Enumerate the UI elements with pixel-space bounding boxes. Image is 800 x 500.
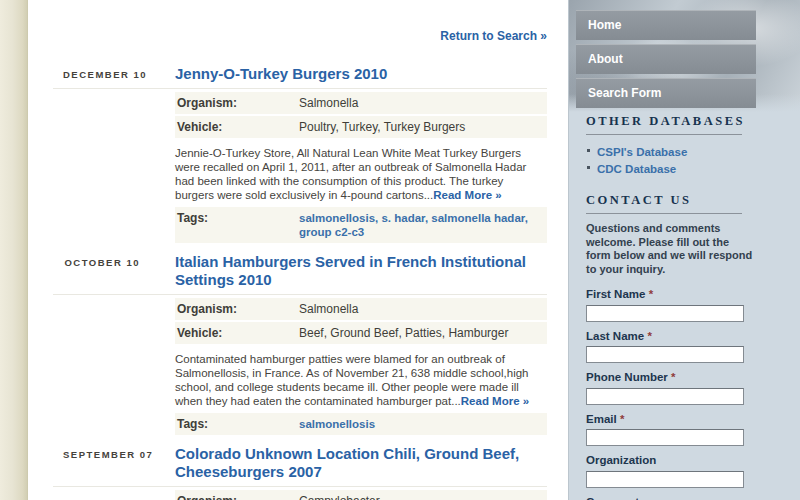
comment-label: Comment [586,496,783,500]
entry-header: DECEMBER 10 Jenny-O-Turkey Burgers 2010 [53,65,547,89]
tags-row: Tags: salmonellosis [175,413,547,435]
other-databases-heading: OTHER DATABASES [586,114,783,129]
outbreak-entry: DECEMBER 10 Jenny-O-Turkey Burgers 2010 … [63,65,547,243]
read-more-link[interactable]: Read More » [433,189,501,201]
organism-row: Organism: Campylobacter [175,490,547,500]
tags-label: Tags: [177,211,299,239]
organism-value: Salmonella [299,302,539,316]
organism-label: Organism: [177,302,299,316]
organism-label: Organism: [177,494,299,500]
tags-row: Tags: salmonellosis, s. hadar, salmonell… [175,207,547,243]
read-more-link[interactable]: Read More » [461,395,529,407]
entry-header: SEPTEMBER 07 Colorado Unknown Location C… [53,445,547,487]
entry-title-link[interactable]: Colorado Unknown Location Chili, Ground … [175,445,547,481]
form-field: First Name * [586,288,783,322]
last-name-input[interactable] [586,346,744,363]
email-input[interactable] [586,429,744,446]
nav-item-about[interactable]: About [576,44,756,74]
required-marker: * [647,330,651,342]
phone-number-label: Phone Number * [586,371,783,383]
vehicle-label: Vehicle: [177,120,299,134]
required-marker: * [671,371,675,383]
first-name-label: First Name * [586,288,783,300]
nav-item-home[interactable]: Home [576,10,756,40]
contact-form: First Name * Last Name * Phone Number * … [586,288,783,500]
results-content: Return to Search » DECEMBER 10 Jenny-O-T… [28,0,568,500]
tag-links[interactable]: salmonellosis, s. hadar, salmonella hada… [299,212,528,238]
organism-row: Organism: Salmonella [175,92,547,114]
list-item: CSPI's Database [586,143,783,160]
entry-body: Organism: Campylobacter [175,490,547,500]
required-marker: * [649,288,653,300]
list-item: CDC Database [586,160,783,177]
form-field: Email * [586,413,783,447]
required-marker: * [620,413,624,425]
entry-title-link[interactable]: Jenny-O-Turkey Burgers 2010 [175,65,387,83]
contact-us-heading: CONTACT US [586,193,783,208]
tag-links[interactable]: salmonellosis [299,418,375,430]
cdc-database-link[interactable]: CDC Database [597,163,676,175]
divider [586,213,742,214]
sidebar-content: OTHER DATABASES CSPI's Database CDC Data… [569,112,800,500]
organism-row: Organism: Salmonella [175,298,547,320]
vehicle-value: Poultry, Turkey, Turkey Burgers [299,120,539,134]
organism-value: Salmonella [299,96,539,110]
sidebar: Home About Search Form OTHER DATABASES C… [568,0,800,500]
form-field: Phone Number * [586,371,783,405]
entry-description: Jennie-O-Turkey Store, All Natural Lean … [175,146,533,202]
vehicle-row: Vehicle: Poultry, Turkey, Turkey Burgers [175,116,547,138]
form-field: Comment [586,496,783,500]
main-navigation: Home About Search Form [576,10,756,112]
entry-description: Contaminated hamburger patties were blam… [175,352,533,408]
phone-number-input[interactable] [586,388,744,405]
outbreak-entry: SEPTEMBER 07 Colorado Unknown Location C… [63,445,547,500]
entry-header: OCTOBER 10 Italian Hamburgers Served in … [53,253,547,295]
outbreak-entry: OCTOBER 10 Italian Hamburgers Served in … [63,253,547,435]
entry-body: Organism: Salmonella Vehicle: Beef, Grou… [175,298,547,435]
organism-label: Organism: [177,96,299,110]
other-databases-list: CSPI's Database CDC Database [586,143,783,177]
tags-label: Tags: [177,417,299,431]
return-to-search-link[interactable]: Return to Search » [440,29,547,43]
page-background-edge [0,0,28,500]
contact-intro-text: Questions and comments welcome. Please f… [586,222,756,276]
cspi-database-link[interactable]: CSPI's Database [597,146,687,158]
divider [586,134,742,135]
entry-date: DECEMBER 10 [63,65,140,80]
organization-label: Organization [586,454,783,466]
organism-value: Campylobacter [299,494,539,500]
vehicle-value: Beef, Ground Beef, Patties, Hamburger [299,326,539,340]
nav-item-search-form[interactable]: Search Form [576,78,756,108]
form-field: Last Name * [586,330,783,364]
email-label: Email * [586,413,783,425]
entry-date: OCTOBER 10 [63,253,140,268]
organization-input[interactable] [586,471,744,488]
vehicle-label: Vehicle: [177,326,299,340]
first-name-input[interactable] [586,305,744,322]
return-bar: Return to Search » [63,0,547,44]
entry-date: SEPTEMBER 07 [63,445,140,460]
entry-title-link[interactable]: Italian Hamburgers Served in French Inst… [175,253,547,289]
last-name-label: Last Name * [586,330,783,342]
vehicle-row: Vehicle: Beef, Ground Beef, Patties, Ham… [175,322,547,344]
form-field: Organization [586,454,783,488]
entry-body: Organism: Salmonella Vehicle: Poultry, T… [175,92,547,243]
